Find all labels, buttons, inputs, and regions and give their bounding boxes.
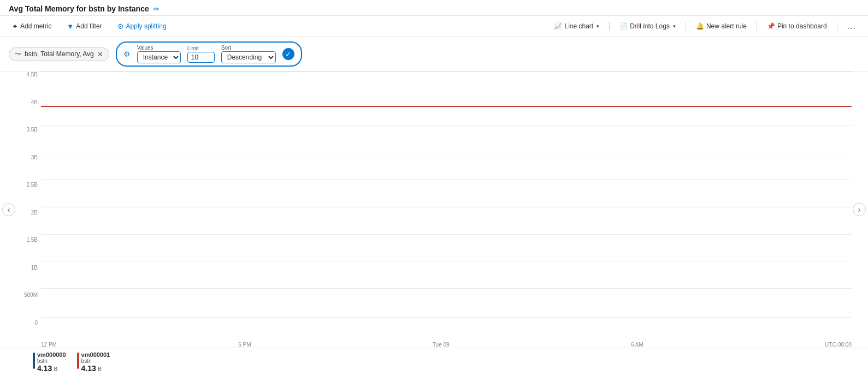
grid-line-8 xyxy=(41,261,852,261)
legend-bar-vm000001 xyxy=(77,353,79,369)
apply-splitting-icon: ⚙ xyxy=(117,22,124,31)
legend-unit-vm000001: B xyxy=(98,366,102,372)
legend-metric-vm000001: bstn xyxy=(81,358,110,364)
grid-line-1 xyxy=(41,71,852,72)
y-label-3-5b: 3.5B xyxy=(26,127,38,133)
drill-logs-button[interactable]: 📄 Drill into Logs ▾ xyxy=(616,20,679,32)
add-metric-button[interactable]: ✦ Add metric xyxy=(9,20,55,33)
limit-control-group: Limit xyxy=(187,45,215,63)
apply-splitting-button[interactable]: ⚙ Apply splitting xyxy=(114,20,170,33)
limit-label: Limit xyxy=(187,45,215,51)
chart-area: ‹ › 4.5B 4B 3.5B 3B 2.5B 2B 1.5B 1B 500M… xyxy=(0,71,868,348)
line-chart-icon: 📈 xyxy=(554,22,562,30)
nav-left-button[interactable]: ‹ xyxy=(2,203,15,216)
sort-control-group: Sort Descending Ascending xyxy=(221,45,276,63)
legend-value-vm000000: 4.13 B xyxy=(37,364,66,373)
toolbar-right: 📈 Line chart ▾ 📄 Drill into Logs ▾ 🔔 New… xyxy=(551,19,859,33)
values-label: Values xyxy=(137,45,181,51)
grid-line-7 xyxy=(41,234,852,235)
chart-inner: 4.5B 4B 3.5B 3B 2.5B 2B 1.5B 1B 500M 0 xyxy=(16,71,852,348)
toolbar-divider-2 xyxy=(686,22,686,31)
legend-info-vm000001: vm000001 bstn 4.13 B xyxy=(81,351,110,373)
more-button[interactable]: ... xyxy=(844,19,859,33)
grid-line-9 xyxy=(41,288,852,289)
metric-tag-label: bstn, Total Memory, Avg xyxy=(25,50,94,58)
line-chart-button[interactable]: 📈 Line chart ▾ xyxy=(551,20,603,32)
x-label-6am: 6 AM xyxy=(631,342,643,348)
toolbar-divider-1 xyxy=(609,22,610,31)
y-label-4b: 4B xyxy=(31,99,38,105)
metric-tag-close-button[interactable]: ✕ xyxy=(97,50,103,58)
legend-bar-vm000000 xyxy=(33,353,35,369)
pin-dashboard-label: Pin to dashboard xyxy=(777,22,827,30)
edit-icon[interactable]: ✏ xyxy=(153,5,160,13)
legend-info-vm000000: vm000000 bstn 4.13 B xyxy=(37,351,66,373)
values-control-group: Values Instance xyxy=(137,45,181,63)
drill-logs-label: Drill into Logs xyxy=(630,22,670,30)
legend-unit-vm000000: B xyxy=(54,366,58,372)
page-header: Avg Total Memory for bstn by Instance ✏ xyxy=(0,0,868,16)
split-icon: ⚙ xyxy=(123,50,131,58)
toolbar-divider-3 xyxy=(757,22,757,31)
page-container: Avg Total Memory for bstn by Instance ✏ … xyxy=(0,0,868,376)
values-select[interactable]: Instance xyxy=(137,51,181,63)
grid-line-2 xyxy=(41,99,852,99)
more-label: ... xyxy=(847,21,856,31)
new-alert-button[interactable]: 🔔 New alert rule xyxy=(693,20,750,32)
grid-line-5 xyxy=(41,180,852,180)
y-axis: 4.5B 4B 3.5B 3B 2.5B 2B 1.5B 1B 500M 0 xyxy=(16,71,41,326)
pin-dashboard-icon: 📌 xyxy=(767,22,775,30)
y-label-500m: 500M xyxy=(24,292,38,298)
legend-item-vm000001: vm000001 bstn 4.13 B xyxy=(77,351,110,373)
apply-splitting-label: Apply splitting xyxy=(126,22,167,30)
toolbar: ✦ Add metric ▼ Add filter ⚙ Apply splitt… xyxy=(0,16,868,37)
x-label-tue09: Tue 09 xyxy=(433,342,450,348)
y-label-4-5b: 4.5B xyxy=(26,71,38,77)
y-label-0: 0 xyxy=(34,320,38,326)
limit-input[interactable] xyxy=(187,52,215,63)
grid-line-4 xyxy=(41,153,852,153)
sort-label: Sort xyxy=(221,45,276,51)
add-filter-button[interactable]: ▼ Add filter xyxy=(63,20,105,33)
x-label-12pm: 12 PM xyxy=(41,342,57,348)
new-alert-label: New alert rule xyxy=(706,22,747,30)
drill-logs-dropdown-icon: ▾ xyxy=(673,23,676,29)
grid-line-3 xyxy=(41,126,852,126)
add-metric-icon: ✦ xyxy=(12,22,18,31)
metric-tag-icon: 〜 xyxy=(15,50,21,59)
legend-vm-vm000001: vm000001 xyxy=(81,351,110,358)
chart-plot xyxy=(41,71,852,318)
pin-dashboard-button[interactable]: 📌 Pin to dashboard xyxy=(764,20,830,32)
toolbar-left: ✦ Add metric ▼ Add filter ⚙ Apply splitt… xyxy=(9,20,170,33)
data-line-main xyxy=(41,106,852,107)
y-label-1-5b: 1.5B xyxy=(26,237,38,243)
legend-vm-vm000000: vm000000 xyxy=(37,351,66,358)
legend-value-num-vm000000: 4.13 xyxy=(37,364,52,373)
y-label-3b: 3B xyxy=(31,154,38,160)
nav-right-button[interactable]: › xyxy=(853,203,866,216)
metric-tag: 〜 bstn, Total Memory, Avg ✕ xyxy=(9,47,109,61)
line-chart-dropdown-icon: ▾ xyxy=(597,23,599,29)
grid-line-6 xyxy=(41,207,852,207)
y-label-2b: 2B xyxy=(31,210,38,216)
x-label-utc: UTC-08:00 xyxy=(825,342,852,348)
y-label-2-5b: 2.5B xyxy=(26,182,38,188)
add-metric-label: Add metric xyxy=(20,22,51,30)
legend-metric-vm000000: bstn xyxy=(37,358,66,364)
legend-item-vm000000: vm000000 bstn 4.13 B xyxy=(33,351,66,373)
legend-value-vm000001: 4.13 B xyxy=(81,364,110,373)
legend-value-num-vm000001: 4.13 xyxy=(81,364,96,373)
sort-select[interactable]: Descending Ascending xyxy=(221,51,276,63)
confirm-button[interactable]: ✓ xyxy=(282,48,294,60)
add-filter-icon: ▼ xyxy=(67,22,74,31)
splitting-controls: ⚙ Values Instance Limit Sort Descending … xyxy=(116,41,302,67)
legend-area: vm000000 bstn 4.13 B vm000001 bstn 4.13 … xyxy=(0,348,868,376)
x-axis: 12 PM 6 PM Tue 09 6 AM UTC-08:00 xyxy=(41,318,852,348)
splitting-area: 〜 bstn, Total Memory, Avg ✕ ⚙ Values Ins… xyxy=(0,37,868,71)
y-label-1b: 1B xyxy=(31,265,38,271)
page-title: Avg Total Memory for bstn by Instance xyxy=(9,4,149,13)
drill-logs-icon: 📄 xyxy=(619,22,628,30)
new-alert-icon: 🔔 xyxy=(696,22,704,30)
line-chart-label: Line chart xyxy=(564,22,593,30)
add-filter-label: Add filter xyxy=(76,22,102,30)
